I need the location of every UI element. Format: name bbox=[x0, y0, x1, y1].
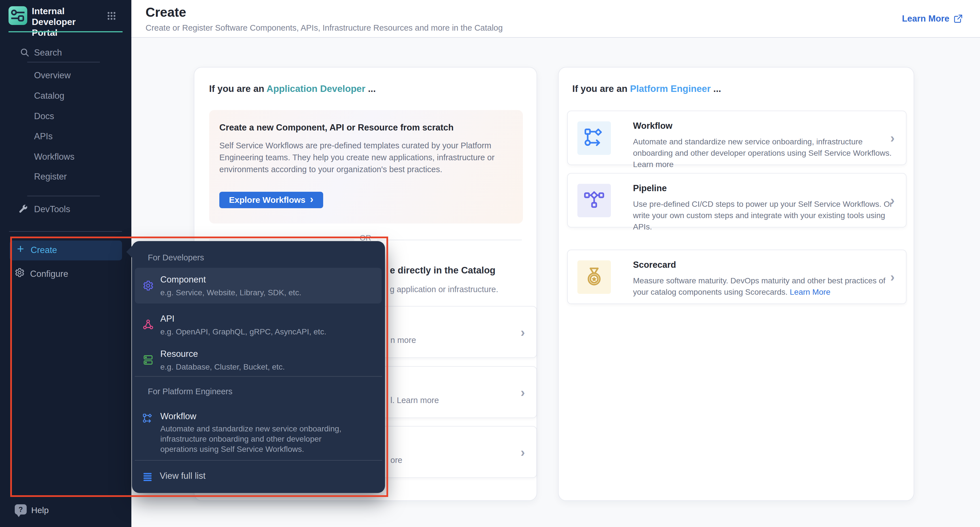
for-developers-label: For Developers bbox=[148, 253, 204, 262]
flyout-item-desc: e.g. Database, Cluster, Bucket, etc. bbox=[160, 362, 285, 371]
chevron-right-icon: › bbox=[890, 194, 895, 207]
sidebar-item-overview[interactable]: Overview bbox=[0, 68, 131, 84]
cta-body: Self Service Workflows are pre-defined t… bbox=[220, 140, 519, 175]
cta-title: Create a new Component, API or Resource … bbox=[220, 122, 454, 133]
learn-more-link[interactable]: Learn More bbox=[902, 14, 963, 24]
row-title: Scorecard bbox=[633, 260, 676, 270]
flyout-item-api[interactable]: API e.g. OpenAPI, GraphQL, gRPC, AsyncAP… bbox=[135, 310, 382, 343]
sidebar-item-create[interactable]: + Create bbox=[10, 241, 122, 260]
flyout-notch bbox=[126, 246, 132, 258]
row-title: Workflow bbox=[633, 121, 673, 131]
sidebar-item-devtools[interactable]: DevTools bbox=[0, 202, 131, 218]
learn-more-label: Learn More bbox=[902, 14, 949, 24]
sidebar-item-help[interactable]: ? Help bbox=[0, 503, 131, 520]
workflow-row[interactable]: Workflow Automate and standardize new se… bbox=[567, 111, 907, 165]
sidebar-item-docs[interactable]: Docs bbox=[0, 109, 131, 125]
help-icon: ? bbox=[15, 504, 27, 514]
sidebar-item-label: Catalog bbox=[34, 91, 64, 101]
flyout-item-desc: e.g. Service, Website, Library, SDK, etc… bbox=[160, 288, 301, 297]
question-glyph: ? bbox=[18, 505, 23, 514]
flyout-item-title: Workflow bbox=[160, 411, 196, 422]
page-title: Create bbox=[146, 5, 186, 20]
app-window: Create Create or Register Software Compo… bbox=[0, 0, 980, 527]
app-title: Internal Developer Portal bbox=[32, 6, 103, 38]
create-flyout-menu: For Developers Component e.g. Service, W… bbox=[132, 241, 385, 493]
page-subtitle: Create or Register Software Components, … bbox=[146, 23, 503, 33]
row-text-fragment: l. Learn more bbox=[390, 396, 439, 405]
register-subtitle-fragment: g application or infrastructure. bbox=[390, 285, 498, 294]
flyout-item-desc: e.g. OpenAPI, GraphQL, gRPC, AsyncAPI, e… bbox=[160, 327, 326, 337]
chevron-right-icon: › bbox=[890, 270, 895, 283]
row-text-fragment: ore bbox=[390, 456, 402, 465]
sidebar-item-register[interactable]: Register bbox=[0, 169, 131, 185]
explore-workflows-button[interactable]: Explore Workflows › bbox=[220, 192, 323, 208]
developer-card-heading: If you are an Application Developer ... bbox=[209, 83, 375, 94]
row-description: Use pre-defined CI/CD steps to power up … bbox=[633, 198, 893, 233]
logo-row: Internal Developer Portal bbox=[0, 0, 131, 32]
sidebar-item-catalog[interactable]: Catalog bbox=[0, 89, 131, 105]
scorecard-row[interactable]: Scorecard Measure software maturity. Dev… bbox=[567, 249, 907, 304]
row-title: Pipeline bbox=[633, 183, 667, 194]
app-logo-icon bbox=[8, 6, 27, 25]
search-divider bbox=[27, 62, 100, 62]
create-section-divider bbox=[9, 231, 122, 232]
workflow-icon bbox=[142, 413, 153, 424]
plus-icon: + bbox=[17, 242, 24, 256]
sidebar-item-label: Workflows bbox=[34, 152, 74, 162]
for-platform-engineers-label: For Platform Engineers bbox=[148, 387, 232, 396]
sidebar-item-label: Overview bbox=[34, 70, 71, 81]
flyout-item-title: API bbox=[160, 314, 175, 324]
resource-icon bbox=[142, 354, 154, 366]
heading-suffix: ... bbox=[366, 83, 376, 94]
wrench-icon bbox=[18, 204, 29, 215]
register-heading-fragment: e directly in the Catalog bbox=[390, 265, 495, 276]
chevron-right-icon: › bbox=[521, 386, 525, 399]
sidebar-item-apis[interactable]: APIs bbox=[0, 129, 131, 145]
flyout-item-view-full-list[interactable]: View full list bbox=[135, 467, 382, 487]
chevron-right-icon: › bbox=[890, 131, 895, 144]
workflow-icon bbox=[578, 121, 611, 155]
chevron-right-icon: › bbox=[521, 325, 525, 339]
platform-card-heading: If you are an Platform Engineer ... bbox=[572, 83, 721, 94]
external-link-icon bbox=[953, 14, 963, 24]
chevron-right-icon: › bbox=[521, 446, 525, 459]
flyout-item-resource[interactable]: Resource e.g. Database, Cluster, Bucket,… bbox=[135, 346, 382, 379]
heading-prefix: If you are an bbox=[572, 83, 630, 94]
sidebar-item-label: Configure bbox=[30, 269, 68, 279]
heading-role: Application Developer bbox=[266, 83, 365, 94]
sidebar-item-search[interactable]: Search bbox=[0, 45, 131, 61]
sidebar: Internal Developer Portal Search Overvie… bbox=[0, 0, 131, 527]
pipeline-icon bbox=[578, 184, 611, 217]
api-icon bbox=[142, 319, 154, 331]
heading-suffix: ... bbox=[711, 83, 721, 94]
view-full-list-label: View full list bbox=[160, 471, 205, 481]
create-from-scratch-panel: Create a new Component, API or Resource … bbox=[209, 110, 523, 224]
flyout-divider bbox=[135, 376, 382, 377]
sidebar-item-label: APIs bbox=[34, 131, 52, 141]
sidebar-item-configure[interactable]: Configure bbox=[0, 264, 131, 283]
flyout-item-desc: Automate and standardize new service onb… bbox=[160, 424, 346, 454]
flyout-item-component[interactable]: Component e.g. Service, Website, Library… bbox=[135, 268, 382, 303]
sidebar-item-label: Register bbox=[34, 171, 67, 182]
accent-divider bbox=[8, 31, 123, 32]
sidebar-item-label: DevTools bbox=[34, 204, 70, 214]
pipeline-row[interactable]: Pipeline Use pre-defined CI/CD steps to … bbox=[567, 173, 907, 227]
apps-grid-icon[interactable] bbox=[107, 11, 117, 21]
heading-prefix: If you are an bbox=[209, 83, 266, 94]
flyout-divider bbox=[135, 460, 382, 460]
flyout-item-workflow[interactable]: Workflow Automate and standardize new se… bbox=[135, 409, 382, 459]
scorecard-learn-more-link[interactable]: Learn More bbox=[790, 287, 830, 297]
platform-engineer-card: If you are an Platform Engineer ... Work… bbox=[558, 67, 914, 501]
flyout-item-title: Resource bbox=[160, 349, 198, 359]
gear-icon bbox=[14, 267, 25, 278]
explore-workflows-label: Explore Workflows bbox=[229, 195, 305, 205]
flyout-item-title: Component bbox=[160, 275, 206, 285]
row-description: Automate and standardize new service onb… bbox=[633, 136, 893, 170]
devtools-divider bbox=[27, 196, 100, 196]
sidebar-item-workflows[interactable]: Workflows bbox=[0, 149, 131, 165]
sidebar-item-label: Create bbox=[31, 245, 57, 255]
sidebar-item-label: Help bbox=[31, 505, 49, 515]
sidebar-item-label: Search bbox=[34, 48, 62, 58]
list-icon bbox=[142, 471, 153, 482]
chevron-right-icon: › bbox=[310, 194, 313, 205]
